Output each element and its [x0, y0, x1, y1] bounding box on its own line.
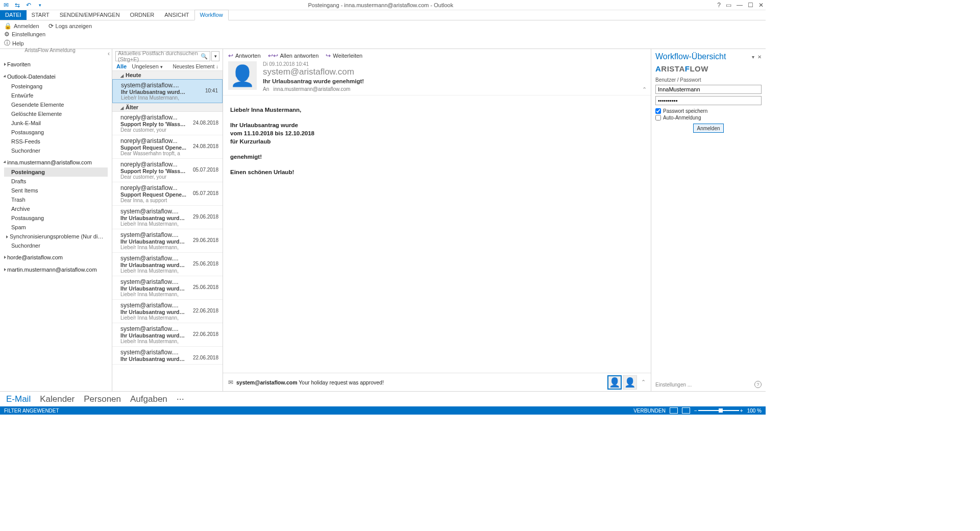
people-pane-expand-icon[interactable]: ⌃ [641, 379, 646, 385]
nav-folder[interactable]: Gelöschte Elemente [4, 109, 108, 118]
avatar-thumbnail[interactable]: 👤 [623, 375, 637, 390]
nav-collapse-icon[interactable]: ‹ [108, 50, 110, 57]
tab-workflow[interactable]: Workflow [194, 10, 229, 20]
nav-folder[interactable]: Postausgang [4, 213, 108, 223]
panel-title: Workflow-Übersicht [655, 52, 749, 61]
nav-folder[interactable]: Spam [4, 223, 108, 232]
panel-settings-link[interactable]: Einstellungen ... [655, 382, 692, 388]
message-item[interactable]: system@aristaflow....Ihr Urlaubsantrag w… [112, 79, 223, 103]
save-password-checkbox[interactable]: Passwort speichern [655, 108, 762, 114]
forward-button[interactable]: ↪Weiterleiten [326, 52, 362, 59]
nav-folder[interactable]: Suchordner [4, 241, 108, 250]
message-item[interactable]: system@aristaflow....Ihr Urlaubsantrag w… [112, 276, 223, 300]
username-input[interactable] [655, 85, 762, 94]
ribbon-login-button[interactable]: 🔒Anmelden [4, 22, 39, 30]
zoom-slider[interactable]: − + [694, 408, 743, 414]
collapse-header-icon[interactable]: ⌃ [642, 86, 647, 93]
msg-date: 05.07.2018 [193, 167, 218, 173]
module-mail[interactable]: E-Mail [6, 394, 31, 404]
panel-close-icon[interactable]: ✕ [757, 54, 762, 60]
message-item[interactable]: system@aristaflow....Ihr Urlaubsantrag w… [112, 300, 223, 323]
ribbon-logs-button[interactable]: ⟳Logs anzeigen [48, 22, 92, 30]
message-list[interactable]: Heutesystem@aristaflow....Ihr Urlaubsant… [112, 70, 223, 391]
module-people[interactable]: Personen [84, 394, 121, 404]
nav-folder[interactable]: Trash [4, 195, 108, 204]
nav-account-inna[interactable]: inna.mustermann@aristaflow.com [4, 157, 108, 167]
nav-folder[interactable]: Archive [4, 204, 108, 213]
msg-subject: Ihr Urlaubsantrag wurde ... [120, 356, 187, 362]
message-item[interactable]: system@aristaflow....Ihr Urlaubsantrag w… [112, 347, 223, 365]
search-icon[interactable]: 🔍 [201, 53, 208, 60]
tab-ansicht[interactable]: ANSICHT [159, 10, 194, 20]
tab-senden-empfangen[interactable]: SENDEN/EMPFANGEN [55, 10, 125, 20]
message-item[interactable]: noreply@aristaflow...Support Reply to 'W… [112, 159, 223, 182]
message-item[interactable]: system@aristaflow....Ihr Urlaubsantrag w… [112, 206, 223, 229]
filter-all[interactable]: Alle [116, 63, 127, 69]
message-item[interactable]: noreply@aristaflow...Support Reply to 'W… [112, 112, 223, 135]
nav-outlook-datafile[interactable]: Outlook-Datendatei [4, 71, 108, 82]
ribbon-display-icon[interactable]: ▭ [726, 2, 731, 9]
ribbon-settings-button[interactable]: ⚙Einstellungen [4, 31, 45, 38]
minimize-button[interactable]: — [737, 2, 743, 9]
panel-menu-icon[interactable]: ▾ [752, 54, 754, 60]
msg-preview: Liebe/r Inna Mustermann, [120, 315, 218, 321]
qat-undo-icon[interactable]: ↶ [24, 1, 33, 9]
tab-ordner[interactable]: ORDNER [125, 10, 160, 20]
zoom-in-icon[interactable]: + [740, 408, 743, 414]
view-reading-button[interactable] [682, 407, 690, 414]
nav-folder[interactable]: Entwürfe [4, 91, 108, 100]
nav-folder[interactable]: RSS-Feeds [4, 137, 108, 146]
search-input[interactable]: Aktuelles Postfach durchsuchen (Strg+E) … [115, 51, 210, 61]
view-normal-button[interactable] [670, 407, 678, 414]
msg-date: 22.06.2018 [193, 308, 218, 313]
nav-folder[interactable]: Gesendete Elemente [4, 100, 108, 109]
nav-folder[interactable]: Synchronisierungsprobleme (Nur dieser Co… [4, 232, 108, 241]
msg-date: 29.06.2018 [193, 237, 218, 243]
nav-account-martin[interactable]: martin.mustermann@aristaflow.com [4, 264, 108, 275]
message-item[interactable]: noreply@aristaflow...Support Request Ope… [112, 135, 223, 159]
zoom-out-icon[interactable]: − [694, 408, 697, 414]
nav-folder[interactable]: Sent Items [4, 186, 108, 195]
nav-folder[interactable]: Junk-E-Mail [4, 118, 108, 128]
nav-folder[interactable]: Postausgang [4, 128, 108, 137]
message-item[interactable]: system@aristaflow....Ihr Urlaubsantrag w… [112, 229, 223, 253]
filter-unread[interactable]: Ungelesen ▾ [132, 63, 163, 69]
nav-favorites[interactable]: Favoriten [4, 59, 108, 69]
close-button[interactable]: ✕ [758, 2, 764, 9]
window-title: Posteingang - inna.mustermann@aristaflow… [44, 2, 717, 8]
nav-account-horde[interactable]: horde@aristaflow.com [4, 252, 108, 262]
reply-button[interactable]: ↩Antworten [228, 52, 261, 59]
list-group-header[interactable]: Älter [112, 103, 223, 112]
message-item[interactable]: noreply@aristaflow...Support Request Ope… [112, 182, 223, 206]
message-item[interactable]: system@aristaflow....Ihr Urlaubsantrag w… [112, 323, 223, 347]
auto-login-checkbox[interactable]: Auto-Anmeldung [655, 115, 762, 120]
qat-customize-icon[interactable]: ▾ [36, 1, 44, 9]
ribbon-help-button[interactable]: ⓘHelp [4, 39, 24, 47]
triangle-icon [4, 268, 6, 271]
help-icon[interactable]: ? [717, 2, 721, 9]
nav-folder[interactable]: Posteingang [4, 82, 108, 91]
module-calendar[interactable]: Kalender [40, 394, 75, 404]
message-item[interactable]: system@aristaflow....Ihr Urlaubsantrag w… [112, 253, 223, 276]
nav-folder[interactable]: Drafts [4, 177, 108, 186]
module-more[interactable]: ··· [177, 394, 184, 404]
login-button[interactable]: Anmelden [693, 124, 724, 133]
password-input[interactable] [655, 96, 762, 105]
nav-folder[interactable]: Suchordner [4, 146, 108, 155]
panel-help-icon[interactable]: ? [754, 381, 762, 388]
reply-all-button[interactable]: ↩↩Allen antworten [268, 52, 319, 59]
sort-dropdown[interactable]: Neuestes Element ↓ [173, 64, 219, 69]
msg-subject: Ihr Urlaubsantrag wurde ... [120, 285, 187, 292]
msg-subject: Support Reply to 'Wasser... [120, 121, 187, 127]
module-tasks[interactable]: Aufgaben [130, 394, 167, 404]
list-group-header[interactable]: Heute [112, 70, 223, 80]
msg-preview: Liebe/r Inna Mustermann, [120, 339, 218, 344]
avatar-thumbnail[interactable]: 👤 [607, 375, 622, 390]
message-from: system@aristaflow.com [263, 67, 646, 77]
nav-folder[interactable]: Posteingang [4, 167, 108, 177]
maximize-button[interactable]: ☐ [748, 2, 753, 9]
tab-start[interactable]: START [27, 10, 55, 20]
qat-send-receive-icon[interactable]: ⇆ [13, 1, 21, 9]
search-scope-dropdown[interactable]: ▾ [211, 51, 219, 61]
tab-datei[interactable]: DATEI [0, 10, 27, 20]
